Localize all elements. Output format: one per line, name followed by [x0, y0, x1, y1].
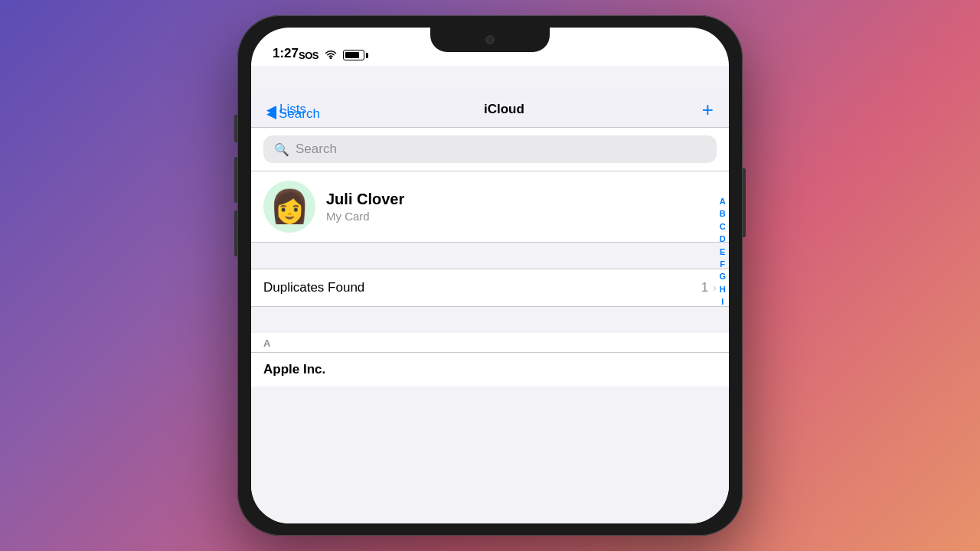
notch — [430, 28, 550, 52]
status-back: ◀ Search — [266, 106, 320, 122]
my-card-subtitle: My Card — [326, 210, 717, 223]
avatar: 👩 — [263, 181, 315, 233]
section-gap-1 — [251, 243, 729, 269]
duplicates-row[interactable]: Duplicates Found 1 › — [251, 269, 729, 306]
wifi-icon — [325, 49, 337, 61]
duplicates-label: Duplicates Found — [263, 280, 364, 295]
battery-icon — [343, 50, 368, 60]
mute-button[interactable] — [234, 115, 237, 142]
search-section: 🔍 Search — [251, 128, 729, 171]
front-camera — [485, 35, 495, 44]
contact-name-apple: Apple Inc. — [263, 362, 717, 377]
search-icon: 🔍 — [274, 142, 289, 157]
chevron-right-icon: › — [713, 282, 717, 294]
page-title: iCloud — [484, 102, 524, 117]
volume-up-button[interactable] — [234, 157, 237, 203]
contact-row-apple[interactable]: Apple Inc. — [251, 352, 729, 386]
volume-down-button[interactable] — [234, 210, 237, 256]
alpha-index-h[interactable]: H — [719, 284, 726, 295]
duplicates-count: 1 — [701, 280, 708, 295]
my-card-row[interactable]: 👩 Juli Clover My Card — [251, 171, 729, 243]
avatar-emoji: 👩 — [270, 187, 309, 225]
contact-name: Juli Clover — [326, 191, 717, 208]
alphabet-index: ABCDEFGHI — [719, 196, 726, 308]
phone-screen: 1:27 SOS — [251, 28, 729, 523]
sos-indicator: SOS — [299, 50, 318, 61]
search-placeholder: Search — [296, 142, 337, 157]
add-button[interactable]: + — [702, 99, 714, 119]
alpha-index-g[interactable]: G — [719, 271, 726, 282]
screen-content: ◀ Search ◀ Lists iCloud + 🔍 Search — [251, 66, 729, 523]
alpha-index-f[interactable]: F — [719, 259, 726, 270]
alpha-index-i[interactable]: I — [719, 296, 726, 308]
duplicates-section: Duplicates Found 1 › — [251, 269, 729, 307]
contacts-section-a: A Apple Inc. — [251, 333, 729, 386]
duplicates-right: 1 › — [701, 280, 717, 295]
alpha-index-c[interactable]: C — [719, 221, 726, 233]
back-label-search: Search — [279, 106, 320, 122]
phone-frame: 1:27 SOS — [237, 15, 743, 536]
section-header-a: A — [251, 333, 729, 352]
alpha-index-a[interactable]: A — [719, 196, 726, 207]
alpha-index-d[interactable]: D — [719, 233, 726, 245]
search-bar[interactable]: 🔍 Search — [263, 135, 717, 163]
alpha-index-b[interactable]: B — [719, 208, 726, 220]
alpha-index-e[interactable]: E — [719, 246, 726, 258]
power-button[interactable] — [743, 168, 746, 237]
my-card-info: Juli Clover My Card — [326, 191, 717, 223]
navigation-bar: ◀ Lists iCloud + — [251, 93, 729, 128]
section-gap-2 — [251, 307, 729, 333]
status-time: 1:27 — [273, 46, 299, 61]
